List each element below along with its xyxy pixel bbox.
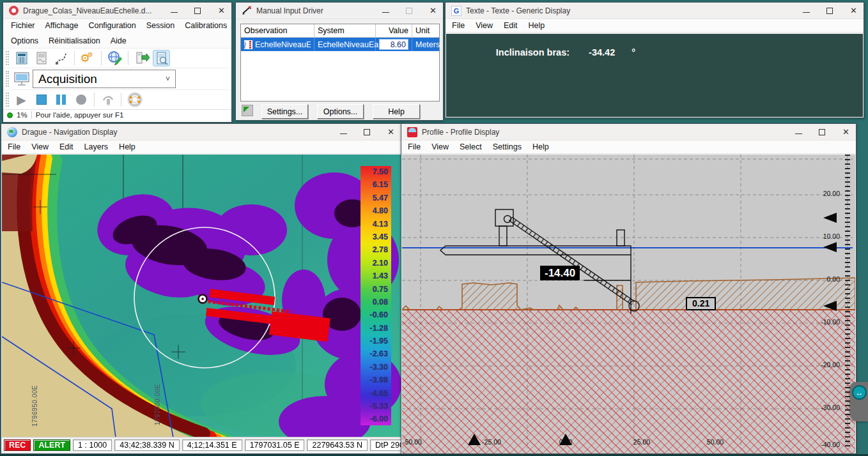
- mode-selector[interactable]: Acquisition ˅: [33, 70, 176, 88]
- menu-item[interactable]: Session: [146, 21, 174, 30]
- dredge-depth-label: -14.40: [540, 266, 580, 280]
- status-cell: 1797031.05 E: [245, 439, 305, 451]
- titlebar[interactable]: Manual Input Driver ✕: [236, 3, 443, 19]
- remote-control-icon[interactable]: [99, 91, 116, 108]
- dialog-button[interactable]: Help: [373, 104, 420, 119]
- minimize-icon[interactable]: [795, 130, 802, 134]
- menubar: FileViewEditHelp: [446, 19, 864, 33]
- progress-value: 1%: [17, 111, 27, 119]
- status-led-icon: [7, 112, 13, 118]
- menu-item[interactable]: File: [8, 142, 20, 151]
- titlebar[interactable]: Profile - Profile Display ✕: [401, 124, 856, 141]
- toolbar-separator: [74, 51, 75, 65]
- maximize-icon[interactable]: [819, 129, 825, 135]
- toolbar-main: ⚙⚙: [3, 48, 231, 68]
- window-profile: Profile - Profile Display ✕ FileViewSele…: [401, 123, 856, 454]
- y-axis-label: -30.00: [821, 404, 840, 411]
- menu-item[interactable]: File: [408, 142, 421, 151]
- bathymetry-map[interactable]: 7.506.155.474.804.133.452.782.101.430.75…: [2, 155, 401, 437]
- window-title: Texte - Texte - Generic Display: [466, 6, 798, 15]
- window-manual-input: Manual Input Driver ✕ Observation System…: [235, 2, 444, 121]
- dialog-button[interactable]: Settings...: [261, 104, 308, 119]
- toolbar-gripper[interactable]: [6, 71, 9, 87]
- close-icon[interactable]: ✕: [217, 6, 226, 15]
- image-view-icon[interactable]: [33, 50, 50, 66]
- col-header-observation[interactable]: Observation: [241, 24, 314, 38]
- remote-access-icon: ↔: [852, 385, 867, 400]
- close-icon[interactable]: ✕: [842, 128, 850, 136]
- menu-item[interactable]: Edit: [504, 21, 518, 30]
- y-axis-label: -40.00: [821, 441, 840, 448]
- status-cell: 2279643.53 N: [307, 439, 368, 451]
- minimize-icon[interactable]: [382, 8, 389, 13]
- close-icon[interactable]: ✕: [849, 6, 858, 15]
- close-icon[interactable]: ✕: [429, 6, 437, 15]
- menu-item[interactable]: Affichage: [45, 21, 79, 30]
- readout-unit: °: [632, 47, 635, 57]
- play-icon[interactable]: ▶: [13, 91, 30, 108]
- titlebar[interactable]: Drague - Navigation Display ✕: [1, 124, 401, 141]
- colorbar-label: -5.33: [370, 402, 389, 411]
- report-viewer-icon[interactable]: [153, 50, 170, 66]
- dialog-button-row: Settings...Options...Help: [236, 103, 443, 120]
- value-input[interactable]: 8.60: [379, 39, 408, 50]
- menu-item[interactable]: Calibrations: [185, 21, 227, 30]
- remote-access-dock-tab[interactable]: ↔: [850, 382, 868, 422]
- texte-display-area: Inclinaison bras:-34.42°: [446, 34, 863, 117]
- y-axis-label: -20.00: [821, 361, 840, 369]
- maximize-icon[interactable]: [364, 129, 370, 135]
- menu-item[interactable]: Fichier: [11, 21, 35, 30]
- minimize-icon[interactable]: [340, 130, 347, 134]
- geodesy-globe-edit-icon[interactable]: [106, 50, 123, 66]
- y-axis-label: -10.00: [821, 318, 840, 326]
- dialog-button[interactable]: Options...: [317, 104, 364, 119]
- stop-icon[interactable]: [33, 91, 50, 108]
- menu-item[interactable]: Options: [11, 36, 38, 45]
- toolbar-gripper[interactable]: [6, 93, 9, 107]
- route-editor-icon[interactable]: [52, 50, 70, 66]
- menu-item[interactable]: View: [31, 142, 49, 151]
- table-row[interactable]: EchelleNiveauEau EchelleNiveauEau 8.60 M…: [241, 38, 439, 51]
- calculator-icon[interactable]: [13, 50, 30, 66]
- menu-item[interactable]: Select: [460, 142, 482, 151]
- settings-gears-icon[interactable]: ⚙⚙: [79, 50, 97, 66]
- titlebar[interactable]: G Texte - Texte - Generic Display ✕: [446, 3, 864, 19]
- maximize-icon[interactable]: [194, 8, 201, 14]
- menubar: FileViewSelectSettingsHelp: [401, 141, 856, 154]
- col-header-value[interactable]: Value: [376, 24, 412, 38]
- toolbar-separator: [101, 51, 102, 65]
- status-cell: 1 : 1000: [73, 439, 112, 451]
- toolbar-gripper[interactable]: [6, 51, 9, 65]
- menu-item[interactable]: View: [476, 21, 493, 30]
- window-title: Profile - Profile Display: [422, 128, 791, 137]
- minimize-icon[interactable]: [171, 8, 178, 13]
- profile-canvas: [402, 155, 855, 453]
- col-header-system[interactable]: System: [314, 24, 376, 38]
- menu-item[interactable]: Edit: [59, 142, 74, 151]
- record-icon[interactable]: [72, 91, 89, 108]
- titlebar[interactable]: Drague_Colas_NiveauEauEchelle.d... ✕: [3, 3, 231, 19]
- maximize-icon[interactable]: [826, 8, 833, 14]
- io-export-icon[interactable]: [133, 50, 150, 66]
- menu-item[interactable]: Settings: [493, 142, 522, 151]
- status-help-text: Pour l'aide, appuyer sur F1: [36, 111, 124, 119]
- x-axis-label: 0.00: [550, 438, 581, 446]
- menu-item[interactable]: Configuration: [88, 21, 136, 30]
- colorbar-label: -0.60: [370, 311, 389, 319]
- close-icon[interactable]: ✕: [387, 128, 395, 136]
- minimize-icon[interactable]: [803, 8, 810, 13]
- pause-icon[interactable]: [52, 91, 70, 108]
- menu-item[interactable]: Help: [529, 21, 545, 30]
- menu-item[interactable]: View: [431, 142, 449, 151]
- profile-plot[interactable]: 20.0010.000.00-10.00-20.00-30.00-40.00 -…: [402, 155, 855, 453]
- menu-item[interactable]: Réinitialisation: [49, 36, 100, 45]
- menu-item[interactable]: File: [452, 21, 465, 30]
- col-header-unit[interactable]: Unit: [412, 24, 439, 38]
- life-ring-icon[interactable]: [126, 91, 143, 108]
- menu-item[interactable]: Layers: [84, 142, 109, 151]
- menu-item[interactable]: Help: [119, 142, 136, 151]
- window-title: Drague_Colas_NiveauEauEchelle.d...: [23, 6, 166, 15]
- desktop: Drague_Colas_NiveauEauEchelle.d... ✕ Fic…: [0, 0, 868, 456]
- menu-item[interactable]: Help: [532, 142, 549, 151]
- menu-item[interactable]: Aide: [111, 36, 127, 45]
